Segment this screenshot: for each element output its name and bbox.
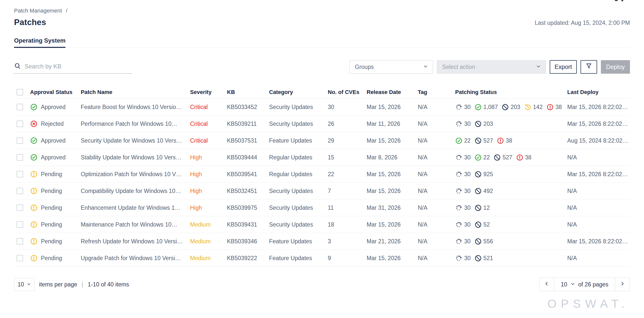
row-checkbox[interactable] [17, 221, 23, 228]
approval-status-label: Approved [41, 137, 65, 144]
row-checkbox[interactable] [17, 137, 23, 144]
cell-approval-status: Approved [30, 103, 81, 111]
items-per-page-label: items per page [39, 281, 77, 288]
cell-category: Regular Updates [269, 171, 328, 178]
cell-patch-name: Refresh Update for Windows 10 Versi… [81, 238, 190, 245]
row-checkbox[interactable] [17, 104, 23, 110]
patching-status-count: 521 [484, 255, 493, 262]
cropped-ui-fragment [621, 0, 623, 1]
search-input[interactable] [25, 63, 132, 70]
row-checkbox[interactable] [17, 204, 23, 211]
cell-kb: KB5039431 [227, 221, 269, 228]
row-checkbox[interactable] [17, 255, 23, 261]
patching-status-count: 203 [511, 104, 520, 111]
prev-page-button[interactable] [539, 278, 554, 291]
patching-status-item: 492 [474, 187, 493, 195]
patching-status-count: 925 [484, 171, 493, 178]
table-header-row: Approval StatusPatch NameSeverityKBCateg… [14, 86, 630, 99]
patching-status-count: 30 [464, 154, 471, 161]
patching-status-count: 30 [464, 104, 471, 111]
row-checkbox[interactable] [17, 188, 23, 194]
patching-status-item: 925 [474, 171, 493, 178]
history-clock-icon [524, 103, 531, 111]
patching-status-item: 30 [455, 204, 471, 211]
cell-no-of-cves: 22 [328, 171, 367, 178]
cell-approval-status: Pending [30, 204, 81, 211]
patching-status-item: 30 [455, 171, 471, 178]
select-action-value: Select action [442, 64, 475, 70]
cell-severity: Medium [190, 238, 227, 245]
cell-kb: KB5039975 [227, 204, 269, 211]
row-checkbox[interactable] [17, 238, 23, 245]
cell-patch-name: Compatibility Update for Windows 10… [81, 188, 190, 194]
patching-status-count: 52 [484, 221, 490, 228]
table-row: PendingUpgrade Patch for Windows 10 Vers… [14, 250, 630, 267]
cell-no-of-cves: 11 [328, 204, 367, 211]
cell-category: Security Updates [269, 104, 328, 111]
patching-status-item: 527 [474, 137, 493, 144]
footer-divider: | [82, 281, 83, 288]
approval-status-label: Approved [41, 104, 65, 111]
cell-category: Security Updates [269, 188, 328, 194]
cell-patch-name: Stability Update for Windows 10 Vers… [81, 154, 190, 161]
cell-patch-name: Upgrade Patch for Windows 10 Versi… [81, 255, 190, 262]
cell-tag: N/A [418, 137, 455, 144]
page-size-value: 10 [18, 281, 24, 288]
cell-last-deploy: N/A [567, 188, 630, 194]
cell-last-deploy: Mar 15, 2026 8:22:02… [567, 104, 630, 111]
row-checkbox-cell [14, 104, 30, 110]
blocked-circle-icon [474, 171, 482, 178]
cell-no-of-cves: 3 [328, 238, 367, 245]
approval-status-label: Approved [41, 154, 65, 161]
blocked-circle-icon [474, 137, 482, 144]
breadcrumb-section[interactable]: Patch Management [14, 8, 62, 14]
patching-status-count: 30 [464, 121, 471, 127]
pending-icon [30, 254, 38, 262]
severity-label: Critical [190, 137, 208, 144]
severity-label: High [190, 204, 202, 211]
row-checkbox[interactable] [17, 121, 23, 127]
pagination-bar: 10 items per page | 1-10 of 40 items 10 … [14, 278, 630, 291]
patching-status-count: 30 [464, 188, 471, 194]
cell-release-date: Mar 15, 2026 [367, 104, 418, 111]
rejected-icon [30, 120, 38, 128]
tab-operating-system[interactable]: Operating System [14, 37, 65, 48]
patching-status-count: 1,087 [484, 104, 498, 111]
cell-patching-status: 30203 [455, 120, 567, 128]
export-button[interactable]: Export [550, 60, 577, 74]
error-circle-icon [516, 154, 523, 161]
approval-status-label: Pending [41, 255, 62, 262]
patching-status-count: 30 [464, 204, 471, 211]
cell-release-date: Mar 15, 2026 [367, 188, 418, 194]
cell-release-date: Mar 15, 2026 [367, 255, 418, 262]
cell-tag: N/A [418, 238, 455, 245]
cell-approval-status: Rejected [30, 120, 81, 128]
cell-release-date: Mar 21, 2026 [367, 238, 418, 245]
cell-patch-name: Feature Boost for Windows 10 Versio… [81, 104, 190, 111]
success-circle-icon [474, 103, 482, 111]
filter-button[interactable] [581, 60, 597, 74]
cell-patching-status: 30521 [455, 255, 567, 262]
cell-category: Security Updates [269, 121, 328, 127]
row-checkbox-cell [14, 121, 30, 127]
deploy-button[interactable]: Deploy [601, 60, 630, 74]
cell-patching-status: 2252738 [455, 137, 567, 144]
cell-patching-status: 30492 [455, 187, 567, 195]
approval-status-label: Pending [41, 171, 62, 178]
row-checkbox[interactable] [17, 171, 23, 177]
next-page-button[interactable] [615, 278, 630, 291]
select-action-select[interactable]: Select action [437, 60, 546, 74]
row-checkbox[interactable] [17, 154, 23, 161]
page-size-select[interactable]: 10 [14, 278, 35, 291]
chevron-left-icon [544, 281, 549, 288]
cell-category: Feature Updates [269, 137, 328, 144]
cell-release-date: Mar 31, 2026 [367, 204, 418, 211]
patching-status-item: 30 [455, 221, 471, 228]
page-number-select[interactable] [570, 281, 575, 288]
row-checkbox-cell [14, 204, 30, 211]
select-all-checkbox[interactable] [17, 89, 23, 95]
groups-select[interactable]: Groups [350, 60, 433, 74]
cell-last-deploy: N/A [567, 221, 630, 228]
cell-kb: KB5039211 [227, 121, 269, 127]
cell-last-deploy: Mar 15, 2026 8:22:02… [567, 121, 630, 127]
